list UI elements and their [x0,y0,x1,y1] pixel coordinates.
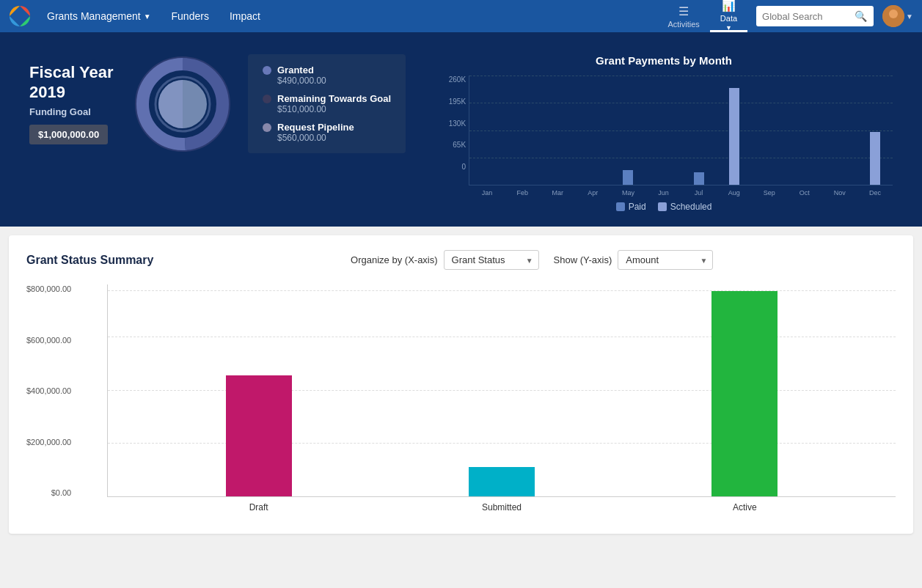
grant-status-section: Grant Status Summary Organize by (X-axis… [9,235,913,534]
y-label-200k: $200,000.00 [26,438,71,446]
y-label-195k: 195K [435,98,466,106]
chevron-down-icon: ▼ [144,12,151,21]
bar-submitted [469,467,535,496]
y-label-130k: 130K [435,120,466,128]
bar-sep: Sep [752,76,787,185]
search-input[interactable] [762,11,850,22]
legend-item-pipeline: Request Pipeline $560,000.00 [263,122,391,143]
nav-activities[interactable]: ☰ Activities [657,0,709,32]
nav-grants-management[interactable]: Grants Management ▼ [37,0,161,32]
y-label-65k: 65K [435,141,466,149]
bar-label-active: Active [733,502,757,512]
user-avatar[interactable] [882,5,904,27]
y-label-400k: $400,000.00 [26,386,71,395]
activities-icon: ☰ [678,4,689,18]
bar-may: May [610,76,645,185]
chart-title: Grant Payments by Month [435,54,893,67]
search-icon: 🔍 [855,10,867,22]
section-header: Grant Status Summary Organize by (X-axis… [26,250,896,270]
legend-dot-granted [263,66,271,75]
legend-scheduled: Scheduled [658,202,712,212]
chevron-down-icon-data: ▼ [725,24,732,32]
legend-item-remaining: Remaining Towards Goal $510,000.00 [263,93,391,114]
fiscal-year-label: Fiscal Year 2019 [29,63,117,102]
bar-nov: Nov [822,76,857,185]
grant-status-chart: $800,000.00 $600,000.00 $400,000.00 $200… [26,284,896,519]
bar-group-active: Active [623,284,866,496]
bar-jun: Jun [645,76,681,185]
bar-label-draft: Draft [249,502,268,512]
paid-dot [616,202,625,211]
bar-oct: Oct [787,76,822,185]
x-axis-label: Organize by (X-axis) [351,254,437,265]
svg-point-2 [889,10,898,18]
x-axis-control: Organize by (X-axis) Grant Status Funder… [351,250,538,270]
chart-legend: Granted $490,000.00 Remaining Towards Go… [248,54,406,153]
y-label-800k: $800,000.00 [26,284,71,293]
chart-controls: Organize by (X-axis) Grant Status Funder… [168,250,896,270]
pie-chart [135,56,230,152]
bar-group-draft: Draft [137,284,380,496]
scheduled-dot [658,202,667,211]
app-logo [9,5,31,27]
x-axis-select[interactable]: Grant Status Funder Program [444,250,539,270]
data-icon: 📊 [722,0,736,12]
hero-section: Fiscal Year 2019 Funding Goal $1,000,000… [0,32,922,227]
y-label-0: 0 [435,163,466,171]
grant-y-axis: $800,000.00 $600,000.00 $400,000.00 $200… [26,284,78,497]
bar-group-submitted: Submitted [380,284,623,496]
section-title: Grant Status Summary [26,254,153,267]
legend-dot-remaining [263,95,271,103]
funding-goal-label: Funding Goal [29,106,117,117]
y-axis-control: Show (Y-axis) Amount Count ▼ [554,250,714,270]
fiscal-info: Fiscal Year 2019 Funding Goal $1,000,000… [29,63,117,144]
hero-left: Fiscal Year 2019 Funding Goal $1,000,000… [29,54,406,153]
bar-jul: Jul [681,76,717,185]
navbar: Grants Management ▼ Funders Impact ☰ Act… [0,0,922,32]
bar-label-submitted: Submitted [482,502,522,512]
grant-chart-bars: Draft Submitted Active [107,284,896,497]
y-label-600k: $600,000.00 [26,336,71,345]
legend-item-granted: Granted $490,000.00 [263,65,391,86]
user-chevron-icon: ▼ [906,12,913,21]
y-label-260k: 260K [435,76,466,84]
nav-funders[interactable]: Funders [161,0,219,32]
y-axis-select[interactable]: Amount Count [618,250,713,270]
nav-data[interactable]: 📊 Data ▼ [710,0,747,32]
global-search-box[interactable]: 🔍 [756,6,874,26]
y-axis-select-wrapper: Amount Count ▼ [618,250,713,270]
bar-draft [226,375,292,496]
x-axis-select-wrapper: Grant Status Funder Program ▼ [444,250,539,270]
payments-chart: Grant Payments by Month 260K 195K 130K 6… [435,54,893,212]
nav-impact[interactable]: Impact [219,0,271,32]
bar-active [711,291,778,496]
bar-aug: Aug [717,76,752,185]
y-axis-label: Show (Y-axis) [554,254,612,265]
bar-dec: Dec [857,76,893,185]
y-label-0: $0.00 [26,488,71,497]
legend-dot-pipeline [263,123,271,132]
legend-paid: Paid [616,202,646,212]
funding-amount: $1,000,000.00 [29,125,108,144]
chart-bottom-legend: Paid Scheduled [435,202,893,212]
